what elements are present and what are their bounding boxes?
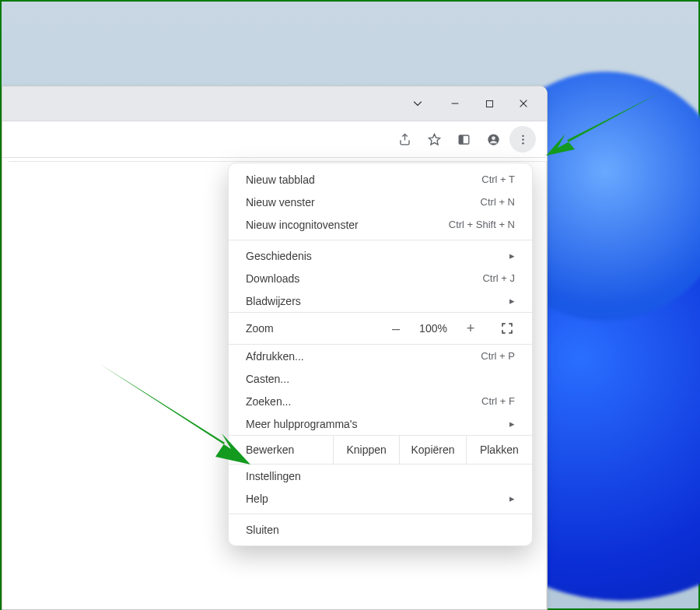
minimize-button[interactable]	[438, 92, 472, 115]
titlebar	[2, 86, 547, 121]
menu-zoom-row: Zoom – 100% +	[229, 312, 532, 345]
edit-paste-button[interactable]: Plakken	[466, 436, 532, 464]
menu-item-label: Instellingen	[246, 470, 301, 482]
menu-item-label: Sluiten	[246, 524, 279, 536]
zoom-in-button[interactable]: +	[457, 317, 484, 339]
zoom-controls: – 100% +	[383, 317, 484, 339]
menu-new-incognito[interactable]: Nieuw incognitovenster Ctrl + Shift + N	[229, 213, 532, 236]
menu-new-window[interactable]: Nieuw venster Ctrl + N	[229, 191, 532, 213]
zoom-value: 100%	[414, 322, 453, 335]
menu-item-label: Nieuw venster	[246, 196, 315, 209]
svg-rect-1	[486, 100, 492, 107]
menu-find[interactable]: Zoeken... Ctrl + F	[229, 390, 532, 412]
menu-item-label: Zoeken...	[246, 395, 291, 408]
menu-edit-row: Bewerken Knippen Kopiëren Plakken	[229, 435, 532, 465]
menu-new-tab[interactable]: Nieuw tabblad Ctrl + T	[229, 168, 532, 191]
screenshot: Nieuw tabblad Ctrl + T Nieuw venster Ctr…	[0, 0, 700, 610]
menu-item-label: Downloads	[246, 272, 299, 285]
svg-point-8	[522, 135, 524, 137]
menu-item-shortcut: Ctrl + T	[481, 174, 515, 185]
submenu-chevron-icon: ▸	[509, 493, 515, 504]
share-icon[interactable]	[391, 126, 418, 152]
menu-item-shortcut: Ctrl + N	[481, 196, 515, 208]
zoom-label: Zoom	[246, 322, 383, 335]
menu-item-label: Nieuw tabblad	[246, 174, 315, 186]
menu-item-label: Geschiedenis	[246, 250, 312, 262]
menu-print[interactable]: Afdrukken... Ctrl + P	[229, 345, 532, 367]
menu-item-shortcut: Ctrl + P	[481, 350, 515, 362]
svg-rect-5	[459, 135, 464, 143]
more-menu-button[interactable]	[509, 126, 536, 152]
menu-item-label: Casten...	[246, 373, 289, 385]
svg-point-9	[522, 138, 524, 141]
menu-item-label: Nieuw incognitovenster	[246, 219, 359, 231]
menu-item-shortcut: Ctrl + Shift + N	[449, 219, 515, 230]
edit-label: Bewerken	[229, 443, 333, 456]
menu-settings[interactable]: Instellingen	[229, 465, 532, 487]
menu-separator	[229, 240, 532, 240]
svg-point-10	[522, 142, 524, 144]
side-panel-icon[interactable]	[450, 126, 477, 152]
close-button[interactable]	[506, 92, 541, 115]
submenu-chevron-icon: ▸	[509, 250, 515, 261]
svg-point-7	[492, 136, 495, 140]
menu-item-label: Bladwijzers	[246, 295, 301, 307]
zoom-out-button[interactable]: –	[383, 317, 409, 339]
menu-cast[interactable]: Casten...	[229, 367, 532, 390]
bookmark-star-icon[interactable]	[421, 126, 447, 152]
menu-item-label: Meer hulpprogramma's	[246, 418, 358, 430]
chrome-main-menu: Nieuw tabblad Ctrl + T Nieuw venster Ctr…	[228, 163, 533, 546]
fullscreen-button[interactable]	[490, 321, 524, 335]
profile-icon[interactable]	[480, 126, 506, 152]
menu-downloads[interactable]: Downloads Ctrl + J	[229, 267, 532, 289]
menu-history[interactable]: Geschiedenis ▸	[229, 244, 532, 267]
menu-bookmarks[interactable]: Bladwijzers ▸	[229, 289, 532, 312]
menu-exit[interactable]: Sluiten	[229, 518, 532, 541]
menu-item-label: Help	[246, 493, 268, 505]
menu-item-shortcut: Ctrl + J	[482, 272, 515, 284]
edit-copy-button[interactable]: Kopiëren	[399, 436, 465, 464]
menu-help[interactable]: Help ▸	[229, 487, 532, 510]
maximize-button[interactable]	[472, 92, 506, 115]
submenu-chevron-icon: ▸	[509, 295, 515, 307]
menu-item-label: Afdrukken...	[246, 350, 304, 363]
menu-more-tools[interactable]: Meer hulpprogramma's ▸	[229, 412, 532, 435]
edit-cut-button[interactable]: Knippen	[333, 436, 399, 464]
submenu-chevron-icon: ▸	[509, 418, 515, 429]
tabs-chevron-icon[interactable]	[404, 92, 432, 115]
menu-item-shortcut: Ctrl + F	[481, 395, 515, 407]
menu-separator	[229, 514, 532, 514]
toolbar	[2, 121, 547, 158]
